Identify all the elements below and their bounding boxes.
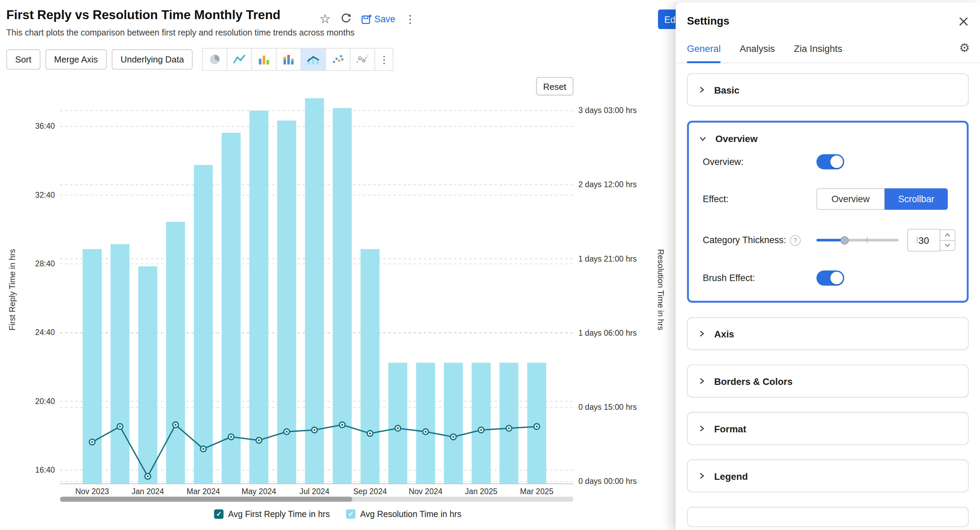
settings-title: Settings — [687, 15, 729, 27]
svg-text:First Reply Time in hrs: First Reply Time in hrs — [8, 249, 17, 330]
settings-panel: Settings General Analysis Zia Insights ⚙… — [676, 2, 980, 530]
save-button[interactable]: Save — [361, 14, 395, 24]
section-basic: Basic — [687, 73, 969, 106]
section-borders-colors-header[interactable]: Borders & Colors — [687, 366, 968, 397]
merge-axis-button[interactable]: Merge Axis — [45, 49, 107, 69]
overview-toggle[interactable] — [816, 154, 844, 169]
section-format-header[interactable]: Format — [687, 412, 968, 444]
svg-text:1 days 21:00 hrs: 1 days 21:00 hrs — [578, 254, 637, 263]
svg-text:2 days 12:00 hrs: 2 days 12:00 hrs — [578, 180, 637, 189]
spinner-down-icon[interactable] — [940, 240, 955, 250]
chevron-right-icon — [698, 86, 705, 94]
save-label: Save — [374, 14, 395, 24]
svg-text:Nov 2023: Nov 2023 — [75, 487, 109, 496]
svg-text:0 days 00:00 hrs: 0 days 00:00 hrs — [578, 477, 637, 485]
svg-text:Nov 2024: Nov 2024 — [409, 487, 442, 496]
overview-toggle-label: Overview: — [703, 157, 816, 167]
category-thickness-label: Category Thickness: ? — [703, 235, 816, 245]
section-format: Format — [687, 412, 969, 445]
section-axis-header[interactable]: Axis — [687, 318, 968, 350]
svg-text:20:40: 20:40 — [35, 397, 55, 406]
number-spinner — [940, 230, 955, 251]
chevron-right-icon — [698, 425, 705, 432]
svg-text:Mar 2025: Mar 2025 — [520, 487, 554, 496]
legend-checkbox-resolution[interactable]: ✓ — [346, 509, 356, 519]
combo-chart-icon[interactable] — [301, 48, 326, 71]
svg-text:0 days 15:00 hrs: 0 days 15:00 hrs — [578, 402, 637, 412]
pie-chart-icon[interactable] — [202, 48, 228, 71]
refresh-icon[interactable] — [340, 12, 352, 26]
sort-button[interactable]: Sort — [6, 49, 40, 69]
legend-checkbox-first-reply[interactable]: ✓ — [214, 509, 224, 519]
line-chart-icon[interactable] — [227, 48, 252, 71]
svg-text:Mar 2024: Mar 2024 — [187, 487, 220, 496]
section-basic-header[interactable]: Basic — [687, 74, 968, 106]
svg-text:Jul 2024: Jul 2024 — [300, 487, 329, 496]
category-thickness-input[interactable] — [907, 229, 940, 252]
legend-label: Avg First Reply Time in hrs — [228, 509, 330, 519]
category-thickness-slider[interactable] — [816, 236, 899, 244]
chevron-right-icon — [698, 472, 705, 479]
section-legend: Legend — [687, 459, 969, 492]
svg-text:1 days 06:00 hrs: 1 days 06:00 hrs — [578, 329, 637, 337]
legend-item-resolution[interactable]: ✓ Avg Resolution Time in hrs — [346, 509, 461, 519]
favorite-star-icon[interactable]: ☆ — [320, 13, 331, 25]
bubble-chart-icon[interactable] — [350, 48, 375, 71]
chevron-down-icon — [699, 134, 707, 142]
close-icon[interactable] — [958, 16, 969, 29]
bar-chart-icon[interactable] — [251, 48, 277, 71]
underlying-data-button[interactable]: Underlying Data — [111, 49, 193, 69]
effect-label: Effect: — [703, 194, 816, 204]
svg-text:16:40: 16:40 — [35, 465, 55, 474]
section-borders-colors: Borders & Colors — [687, 365, 969, 398]
svg-text:May 2024: May 2024 — [242, 487, 277, 496]
chart-type-switcher: ⋮ — [203, 48, 394, 71]
chart-subtitle: This chart plots the comparison between … — [6, 28, 355, 37]
svg-text:Jan 2025: Jan 2025 — [465, 487, 498, 496]
tab-general[interactable]: General — [687, 43, 721, 63]
effect-option-overview[interactable]: Overview — [816, 188, 885, 210]
tab-zia-insights[interactable]: Zia Insights — [794, 43, 843, 62]
section-overview-header[interactable]: Overview — [689, 123, 967, 154]
svg-text:36:40: 36:40 — [35, 121, 55, 131]
effect-option-scrollbar[interactable]: Scrollbar — [885, 188, 948, 210]
settings-tabs: General Analysis Zia Insights ⚙ — [676, 43, 980, 63]
gear-icon[interactable]: ⚙ — [959, 40, 970, 55]
section-axis: Axis — [687, 317, 969, 350]
app-canvas: First Reply vs Resolution Time Monthly T… — [0, 0, 980, 530]
svg-text:Jan 2024: Jan 2024 — [131, 487, 164, 496]
page-title: First Reply vs Resolution Time Monthly T… — [6, 8, 280, 22]
legend-item-first-reply[interactable]: ✓ Avg First Reply Time in hrs — [214, 509, 330, 519]
brush-effect-toggle[interactable] — [816, 270, 844, 286]
tab-analysis[interactable]: Analysis — [740, 43, 775, 62]
legend-label: Avg Resolution Time in hrs — [360, 509, 461, 519]
section-overview: Overview Overview: Effect: Overview Scro… — [687, 121, 969, 303]
svg-text:3 days 03:00 hrs: 3 days 03:00 hrs — [578, 106, 637, 115]
chevron-right-icon — [698, 330, 705, 337]
slider-knob[interactable] — [840, 236, 849, 244]
help-icon[interactable]: ? — [790, 235, 800, 245]
svg-text:28:40: 28:40 — [35, 259, 55, 268]
svg-text:32:40: 32:40 — [35, 190, 55, 200]
more-options-icon[interactable]: ⋮ — [405, 14, 415, 24]
svg-text:Sep 2024: Sep 2024 — [353, 487, 387, 496]
save-icon — [361, 14, 372, 24]
svg-text:24:40: 24:40 — [35, 328, 55, 337]
more-chart-types-icon[interactable]: ⋮ — [375, 48, 394, 71]
scatter-chart-icon[interactable] — [326, 48, 351, 71]
svg-text:Resolution Time in hrs: Resolution Time in hrs — [656, 249, 665, 330]
spinner-up-icon[interactable] — [940, 230, 955, 241]
brush-effect-label: Brush Effect: — [703, 273, 816, 283]
stacked-bar-chart-icon[interactable] — [276, 48, 301, 71]
chevron-right-icon — [698, 377, 705, 385]
section-legend-header[interactable]: Legend — [687, 460, 968, 492]
combo-chart[interactable]: 16:4020:4024:4028:4032:4036:400 days 00:… — [0, 70, 676, 512]
section-next-partial[interactable] — [687, 507, 969, 527]
chart-legend: ✓ Avg First Reply Time in hrs ✓ Avg Reso… — [0, 509, 676, 519]
effect-segmented-control: Overview Scrollbar — [816, 188, 948, 210]
